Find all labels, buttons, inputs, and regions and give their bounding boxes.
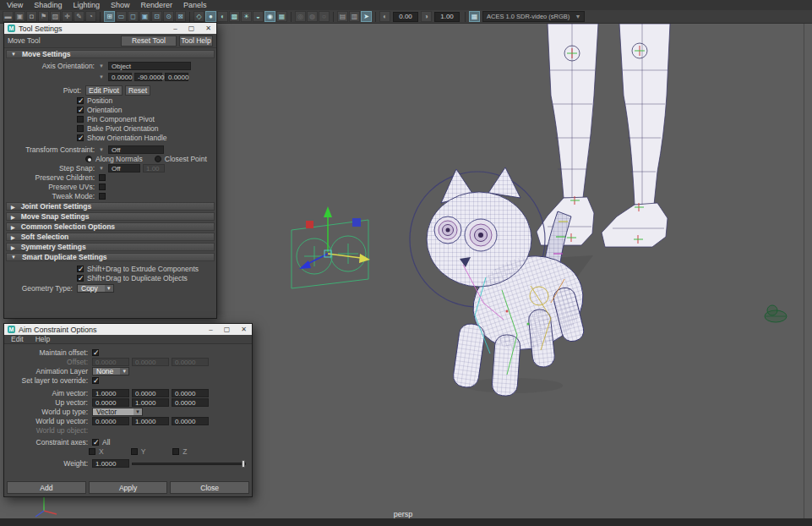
close-button[interactable]: Close xyxy=(170,481,249,494)
weight-slider-handle[interactable] xyxy=(242,460,245,468)
add-button[interactable]: Add xyxy=(7,481,86,494)
up-vector-z-field[interactable]: 0.0000 xyxy=(172,398,209,407)
section-common-selection-options[interactable]: ▶ Common Selection Options xyxy=(6,222,215,231)
xray-icon[interactable]: ◍ xyxy=(307,11,318,22)
world-up-vector-x-field[interactable]: 0.0000 xyxy=(92,417,129,425)
anti-aliasing-icon[interactable]: ▦ xyxy=(276,11,287,22)
menu-shading[interactable]: Shading xyxy=(34,1,62,9)
view-transform-dropdown[interactable]: ACES 1.0 SDR-video (sRGB) ▼ xyxy=(482,11,585,22)
close-icon[interactable]: ✕ xyxy=(241,326,247,333)
field-chart-icon[interactable]: ⊡ xyxy=(151,11,162,22)
shadows-icon[interactable]: ◒ xyxy=(253,11,264,22)
shift-drag-extrude-checkbox[interactable] xyxy=(77,266,84,272)
safe-action-icon[interactable]: ⊙ xyxy=(163,11,174,22)
pin-component-pivot-checkbox[interactable] xyxy=(77,116,84,123)
menu-panels[interactable]: Panels xyxy=(183,1,207,9)
tweak-mode-checkbox[interactable] xyxy=(99,193,106,200)
menu-view[interactable]: View xyxy=(7,1,23,9)
aim-vector-y-field[interactable]: 0.0000 xyxy=(132,389,169,397)
minimize-icon[interactable]: – xyxy=(209,326,212,333)
y-axis-arrow[interactable] xyxy=(324,206,332,217)
use-all-lights-icon[interactable]: ☀ xyxy=(241,11,252,22)
scene-timecode-icon[interactable]: ▤ xyxy=(337,11,348,22)
animation-layer-dropdown[interactable]: None ▼ xyxy=(92,367,129,375)
grease-pencil-icon[interactable]: ✎ xyxy=(74,11,84,22)
world-up-vector-z-field[interactable]: 0.0000 xyxy=(172,417,209,425)
safe-title-icon[interactable]: ⊠ xyxy=(175,11,186,22)
world-up-type-dropdown[interactable]: Vector ▼ xyxy=(92,408,143,416)
minimize-icon[interactable]: – xyxy=(173,25,177,32)
section-move-settings[interactable]: ▼ Move Settings xyxy=(6,50,215,58)
wireframe-icon[interactable]: ◇ xyxy=(193,11,204,22)
aim-vector-z-field[interactable]: 0.0000 xyxy=(172,389,209,397)
film-gate-icon[interactable]: ▭ xyxy=(116,11,127,22)
hud-toggle-icon[interactable]: ▥ xyxy=(349,11,360,22)
textured-icon[interactable]: ▩ xyxy=(229,11,240,22)
snapshot-icon[interactable]: ◔ xyxy=(85,11,96,22)
resolution-gate-icon[interactable]: ◻ xyxy=(128,11,139,22)
screen-space-ao-icon[interactable]: ◉ xyxy=(264,11,275,22)
reset-pivot-button[interactable]: Reset xyxy=(125,85,150,96)
menu-lighting[interactable]: Lighting xyxy=(73,1,100,9)
aim-vector-x-field[interactable]: 1.0000 xyxy=(92,389,129,397)
gamma-icon[interactable]: ◑ xyxy=(421,11,432,22)
geometry-type-dropdown[interactable]: Copy ▼ xyxy=(77,284,114,293)
2d-pan-zoom-icon[interactable]: ✛ xyxy=(62,11,73,22)
world-up-vector-y-field[interactable]: 1.0000 xyxy=(132,417,169,425)
up-vector-x-field[interactable]: 0.0000 xyxy=(92,398,129,407)
z-axis-arrow[interactable] xyxy=(299,260,311,269)
color-management-icon[interactable]: ▦ xyxy=(469,11,480,22)
rotate-y-field[interactable]: -90.0000 xyxy=(134,73,162,81)
closest-point-radio[interactable] xyxy=(155,156,161,162)
blue-handle[interactable] xyxy=(352,218,361,227)
section-joint-orient-settings[interactable]: ▶ Joint Orient Settings xyxy=(6,202,215,211)
edit-pivot-button[interactable]: Edit Pivot xyxy=(85,85,123,96)
menu-show[interactable]: Show xyxy=(111,1,130,9)
select-camera-icon[interactable]: ▬ xyxy=(3,11,14,22)
lock-camera-icon[interactable]: ▣ xyxy=(14,11,25,22)
weight-field[interactable]: 1.0000 xyxy=(92,459,129,468)
up-vector-y-field[interactable]: 1.0000 xyxy=(132,398,169,407)
image-plane-icon[interactable]: ▨ xyxy=(50,11,61,22)
show-orientation-handle-checkbox[interactable] xyxy=(77,134,84,141)
maximize-icon[interactable]: ▢ xyxy=(224,326,231,333)
section-soft-selection[interactable]: ▶ Soft Selection xyxy=(6,233,215,241)
bake-pivot-orientation-checkbox[interactable] xyxy=(77,125,84,132)
smooth-shade-icon[interactable]: ● xyxy=(205,11,216,22)
grid-icon[interactable]: ⊞ xyxy=(104,11,115,22)
reset-tool-button[interactable]: Reset Tool xyxy=(121,36,177,47)
exposure-icon[interactable]: ◐ xyxy=(379,11,390,22)
preserve-uvs-checkbox[interactable] xyxy=(99,184,106,190)
step-snap-dropdown[interactable]: Off xyxy=(108,164,140,173)
rotate-x-field[interactable]: 0.0000 xyxy=(108,73,132,81)
character-legs-mesh[interactable] xyxy=(537,24,670,247)
view-axis-gizmo[interactable] xyxy=(35,497,57,517)
menu-edit[interactable]: Edit xyxy=(11,335,24,343)
tool-settings-titlebar[interactable]: M Tool Settings – ▢ ✕ xyxy=(4,23,216,34)
isolate-select-icon[interactable]: ◎ xyxy=(295,11,306,22)
camera-attributes-icon[interactable]: ◘ xyxy=(26,11,37,22)
section-move-snap-settings[interactable]: ▶ Move Snap Settings xyxy=(6,212,215,221)
menu-renderer[interactable]: Renderer xyxy=(140,1,172,9)
preserve-children-checkbox[interactable] xyxy=(99,174,106,181)
axis-z-checkbox[interactable] xyxy=(172,448,179,455)
gamma-field[interactable]: 1.00 xyxy=(434,12,460,22)
maximize-icon[interactable]: ▢ xyxy=(188,25,195,32)
all-axes-checkbox[interactable] xyxy=(92,439,99,446)
weight-slider[interactable] xyxy=(132,463,246,465)
exposure-field[interactable]: 0.00 xyxy=(393,12,418,22)
green-prop-mesh[interactable] xyxy=(765,305,787,322)
maintain-offset-checkbox[interactable] xyxy=(92,349,99,356)
select-tool-icon[interactable]: ➤ xyxy=(361,11,372,22)
section-smart-duplicate-settings[interactable]: ▼ Smart Duplicate Settings xyxy=(6,253,215,261)
apply-button[interactable]: Apply xyxy=(89,481,168,494)
section-symmetry-settings[interactable]: ▶ Symmetry Settings xyxy=(6,243,215,251)
axis-orientation-dropdown[interactable]: Object xyxy=(108,62,191,70)
shift-drag-duplicate-checkbox[interactable] xyxy=(77,275,84,282)
menu-help[interactable]: Help xyxy=(35,335,50,343)
move-manipulator[interactable] xyxy=(299,206,370,269)
use-default-material-icon[interactable]: ◐ xyxy=(217,11,228,22)
set-layer-override-checkbox[interactable] xyxy=(92,377,99,384)
close-icon[interactable]: ✕ xyxy=(205,25,211,32)
along-normals-radio[interactable] xyxy=(85,156,92,162)
